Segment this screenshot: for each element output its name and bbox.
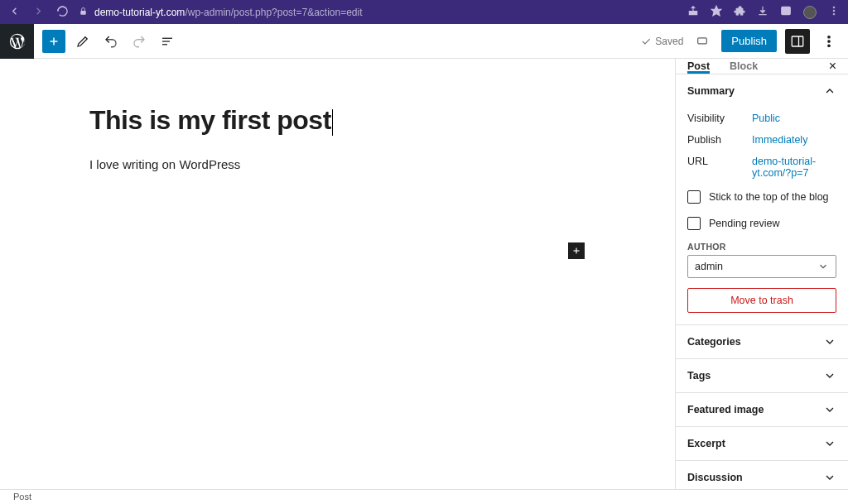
editor-canvas[interactable]: This is my first post I love writing on … (0, 59, 675, 489)
publish-button[interactable]: Publish (721, 30, 777, 52)
panel-categories-toggle[interactable]: Categories (676, 325, 848, 358)
panel-excerpt-toggle[interactable]: Excerpt (676, 427, 848, 460)
lock-icon (79, 7, 88, 18)
forward-icon[interactable] (32, 5, 45, 20)
kebab-icon[interactable] (828, 5, 840, 19)
url-value[interactable]: demo-tutorial-yt.com/?p=7 (752, 156, 836, 179)
preview-icon[interactable] (691, 31, 713, 52)
tab-block[interactable]: Block (730, 59, 758, 74)
publish-label: Publish (687, 134, 752, 146)
svg-point-3 (833, 7, 835, 8)
text-cursor (332, 109, 333, 136)
bookmark-icon[interactable] (711, 5, 722, 19)
editor-main: This is my first post I love writing on … (0, 59, 848, 489)
add-block-button[interactable] (42, 30, 65, 53)
url-label: URL (687, 156, 752, 179)
wordpress-logo[interactable] (0, 24, 34, 59)
panel-categories-title: Categories (687, 336, 741, 348)
panel-featured-image-toggle[interactable]: Featured image (676, 393, 848, 426)
move-to-trash-button[interactable]: Move to trash (687, 288, 836, 313)
svg-point-17 (828, 45, 830, 46)
panel-summary-toggle[interactable]: Summary (676, 74, 848, 108)
svg-rect-11 (698, 37, 707, 43)
sidebar-tabs: Post Block × (676, 59, 848, 74)
outline-icon[interactable] (157, 31, 178, 52)
post-title-text: This is my first post (89, 105, 331, 135)
back-icon[interactable] (8, 5, 21, 20)
sticky-label: Stick to the top of the blog (709, 191, 829, 203)
svg-rect-2 (782, 7, 791, 14)
svg-rect-13 (792, 36, 803, 46)
author-value: admin (695, 261, 723, 272)
inline-inserter-button[interactable] (568, 242, 585, 259)
chevron-down-icon (817, 261, 829, 272)
status-bar: Post (0, 489, 848, 504)
download-icon[interactable] (757, 5, 768, 19)
extensions-icon[interactable] (734, 5, 745, 19)
redo-icon[interactable] (128, 31, 150, 52)
reload-icon[interactable] (56, 5, 69, 20)
undo-icon[interactable] (100, 31, 122, 52)
close-sidebar-button[interactable]: × (829, 59, 836, 74)
panel-tags-title: Tags (687, 370, 711, 382)
publish-value[interactable]: Immediately (752, 134, 836, 146)
svg-point-15 (828, 36, 830, 37)
svg-point-16 (828, 40, 830, 41)
visibility-value[interactable]: Public (752, 113, 836, 124)
svg-rect-0 (80, 11, 85, 15)
settings-panel-toggle[interactable] (785, 29, 810, 54)
author-select[interactable]: admin (687, 255, 836, 278)
svg-point-4 (833, 10, 835, 12)
more-menu-icon[interactable] (818, 31, 840, 52)
browser-chrome: demo-tutorial-yt.com/wp-admin/post.php?p… (0, 0, 848, 24)
panel-excerpt-title: Excerpt (687, 438, 725, 449)
panel-summary-title: Summary (687, 85, 735, 97)
url-path: /wp-admin/post.php?post=7&action=edit (185, 7, 362, 18)
saved-label: Saved (655, 36, 683, 47)
author-field-label: Author (687, 242, 836, 252)
panel-discussion-title: Discussion (687, 472, 743, 483)
panel-summary: Summary Visibility Public Publish Immedi… (676, 74, 848, 325)
panel-tags-toggle[interactable]: Tags (676, 359, 848, 392)
post-body-block[interactable]: I love writing on WordPress (89, 157, 675, 171)
sticky-checkbox[interactable] (687, 190, 701, 204)
tab-post[interactable]: Post (687, 59, 710, 74)
edit-mode-icon[interactable] (72, 31, 94, 52)
breadcrumb[interactable]: Post (13, 492, 31, 502)
settings-sidebar: Post Block × Summary Visibility Public P… (675, 59, 848, 489)
panel-featured-image-title: Featured image (687, 404, 764, 415)
svg-marker-1 (711, 6, 721, 16)
svg-point-5 (833, 13, 835, 15)
share-icon[interactable] (687, 5, 699, 19)
post-title-input[interactable]: This is my first post (89, 105, 333, 136)
url-bar[interactable]: demo-tutorial-yt.com/wp-admin/post.php?p… (79, 7, 363, 18)
editor-toolbar: Saved Publish (0, 24, 848, 59)
profile-avatar[interactable] (803, 6, 817, 19)
saved-status: Saved (640, 36, 683, 47)
url-host: demo-tutorial-yt.com (94, 7, 185, 18)
pending-label: Pending review (709, 218, 779, 229)
visibility-label: Visibility (687, 113, 752, 124)
panel-icon[interactable] (780, 5, 792, 19)
pending-checkbox[interactable] (687, 217, 701, 230)
